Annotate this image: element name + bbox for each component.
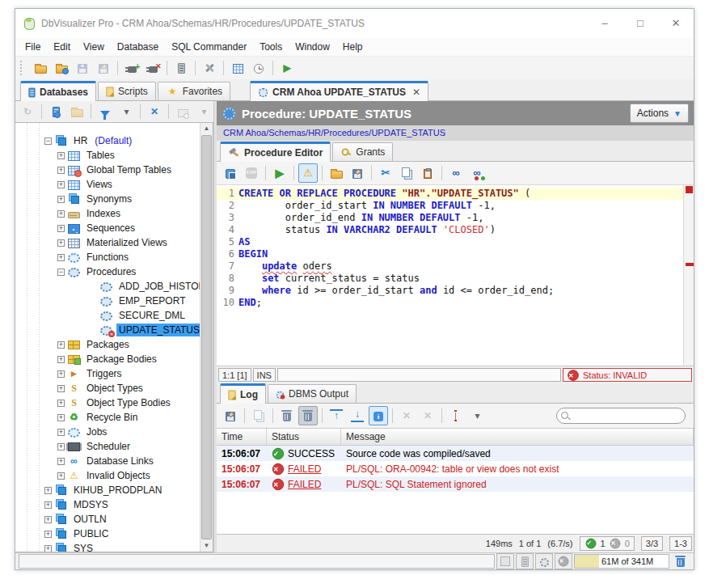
cut-button[interactable]: ✂	[376, 163, 395, 183]
expand-all-button[interactable]: ✕	[397, 406, 416, 425]
tree-item-recycle-bin[interactable]: +♻Recycle Bin	[15, 410, 200, 425]
tree-item-triggers[interactable]: +►Triggers	[15, 366, 200, 381]
tree-item-emp-report[interactable]: EMP_REPORT	[15, 294, 200, 308]
history-search-button[interactable]	[173, 102, 192, 121]
expand-handle[interactable]: +	[57, 167, 65, 174]
tools-button[interactable]	[200, 58, 219, 78]
code-line-9[interactable]: 9 where id >= order_id_start and id <= o…	[217, 285, 683, 297]
expand-handle[interactable]: +	[57, 414, 65, 421]
code-line-6[interactable]: 6BEGIN	[217, 248, 683, 260]
memory-indicator[interactable]: 61M of 341M	[574, 554, 669, 569]
expand-handle[interactable]: +	[57, 254, 65, 261]
expand-handle[interactable]: +	[57, 210, 65, 218]
actions-button[interactable]: Actions ▼	[630, 104, 689, 123]
tree-item-sequences[interactable]: +Sequences	[15, 221, 200, 235]
code-line-7[interactable]: 7 update oders	[217, 260, 683, 273]
tab-favorites[interactable]: ★Favorites	[158, 82, 230, 100]
expand-handle[interactable]: +	[57, 385, 65, 392]
tree-scrollbar[interactable]: ▲ ▼	[200, 123, 213, 552]
expand-handle[interactable]: +	[57, 239, 65, 247]
column-header-message[interactable]: Message	[341, 429, 694, 445]
tree-item-materialized-views[interactable]: +Materialized Views	[15, 235, 200, 250]
expand-handle[interactable]: +	[57, 356, 65, 363]
export-button[interactable]	[221, 406, 240, 425]
scroll-bottom-button[interactable]: ↓	[348, 406, 367, 425]
log-row[interactable]: 15:06:07✓SUCCESSSource code was compiled…	[217, 446, 694, 461]
save-button[interactable]	[73, 58, 92, 78]
code-line-5[interactable]: 5AS	[217, 236, 683, 248]
stop-all-button[interactable]: ✕	[555, 553, 572, 569]
tree-item-update-status[interactable]: UPDATE_STATUS	[15, 323, 200, 337]
menu-window[interactable]: Window	[289, 38, 336, 56]
tree-item-package-bodies[interactable]: +Package Bodies	[15, 352, 200, 366]
search-input[interactable]	[570, 410, 682, 421]
find-button[interactable]: ∞	[446, 163, 466, 183]
clear-button[interactable]	[277, 406, 297, 425]
tree-item-mdsys[interactable]: +MDSYS	[15, 497, 200, 512]
tab-grants[interactable]: Grants	[332, 142, 393, 161]
expand-handle[interactable]: +	[44, 545, 52, 552]
add-folder-button[interactable]	[67, 102, 87, 121]
code-line-4[interactable]: 4 status IN VARCHAR2 DEFAULT 'CLOSED')	[217, 224, 683, 236]
expand-handle[interactable]: +	[57, 400, 65, 407]
close-button[interactable]: ✕	[658, 11, 694, 36]
collapse-all-button[interactable]: ✕	[145, 102, 164, 121]
grid-table-button[interactable]	[228, 58, 247, 78]
folder-settings-button[interactable]	[52, 58, 71, 78]
tree-item-jobs[interactable]: +Jobs	[15, 425, 200, 439]
tree-item-indexes[interactable]: +Indexes	[15, 206, 200, 221]
clear-on-execute-button[interactable]	[298, 406, 318, 425]
tree-item-invalid-objects[interactable]: +⚠Invalid Objects	[15, 468, 200, 483]
tree-item-global-temp-tables[interactable]: +Global Temp Tables	[15, 163, 200, 177]
code-line-2[interactable]: 2 order_id_start IN NUMBER DEFAULT -1,	[217, 200, 683, 212]
tree-item-public[interactable]: +PUBLIC	[15, 527, 200, 541]
column-header-status[interactable]: Status	[267, 429, 341, 445]
expand-handle[interactable]: +	[57, 181, 65, 188]
collapse-handle[interactable]: −	[57, 269, 65, 276]
open-folder-button[interactable]	[327, 163, 346, 183]
expand-handle[interactable]: +	[57, 458, 65, 465]
save-as-button[interactable]	[94, 58, 113, 78]
tree-item-views[interactable]: +Views	[15, 177, 200, 192]
code-line-8[interactable]: 8 set current_status = status	[217, 273, 683, 285]
execute-button[interactable]: ▶	[270, 163, 289, 183]
tree-item-packages[interactable]: +Packages	[15, 337, 200, 352]
minimize-button[interactable]: –	[587, 11, 622, 36]
settings-button[interactable]	[535, 553, 553, 569]
expand-handle[interactable]: +	[57, 370, 65, 378]
tree-item-functions[interactable]: +Functions	[15, 250, 200, 264]
find-replace-button[interactable]: ∞	[467, 163, 487, 183]
menu-help[interactable]: Help	[336, 38, 369, 56]
error-mark-line7[interactable]	[686, 263, 694, 266]
caret-button[interactable]: ▾	[467, 406, 487, 425]
caret-button[interactable]: ▾	[194, 102, 213, 121]
save-as-button[interactable]	[348, 163, 367, 183]
tab-close-icon[interactable]: ✕	[412, 87, 420, 98]
error-mark-top[interactable]	[686, 186, 693, 193]
caret-button[interactable]: ▾	[116, 102, 136, 121]
code-line-3[interactable]: 3 order_id_end IN NUMBER DEFAULT -1,	[217, 212, 683, 224]
collapse-rows-button[interactable]: ✕	[418, 406, 437, 425]
expand-handle[interactable]: +	[44, 487, 52, 494]
menu-database[interactable]: Database	[111, 38, 165, 56]
log-row[interactable]: 15:06:07✕FAILEDPL/SQL: ORA-00942: table …	[217, 461, 694, 476]
expand-handle[interactable]: +	[57, 225, 65, 232]
layout-button[interactable]	[496, 553, 514, 569]
tab-dbms-output[interactable]: DBMS Output	[268, 384, 357, 403]
collapse-handle[interactable]: −	[44, 137, 52, 145]
disconnect-button[interactable]	[143, 58, 162, 78]
expand-handle[interactable]: +	[57, 152, 65, 159]
tree-item-add-job-history[interactable]: ADD_JOB_HISTORY	[15, 279, 200, 294]
tree-item-hr[interactable]: −HR(Default)	[15, 133, 200, 148]
log-row[interactable]: 15:06:07✕FAILEDPL/SQL: SQL Statement ign…	[217, 476, 694, 492]
run-bookmark-button[interactable]: ▶	[277, 58, 297, 78]
scroll-top-button[interactable]: ↑	[327, 406, 346, 425]
refresh-button[interactable]: ↻	[18, 102, 37, 121]
code-area[interactable]: 1CREATE OR REPLACE PROCEDURE "HR"."UPDAT…	[217, 185, 683, 366]
expand-handle[interactable]: +	[44, 531, 52, 538]
maximize-button[interactable]: □	[622, 11, 658, 36]
scrollbar-thumb[interactable]	[201, 135, 212, 539]
tree-item-procedures[interactable]: −Procedures	[15, 264, 200, 279]
document-tab[interactable]: CRM Ahoa UPDATE_STATUS ✕	[250, 81, 428, 101]
menu-view[interactable]: View	[77, 38, 111, 56]
